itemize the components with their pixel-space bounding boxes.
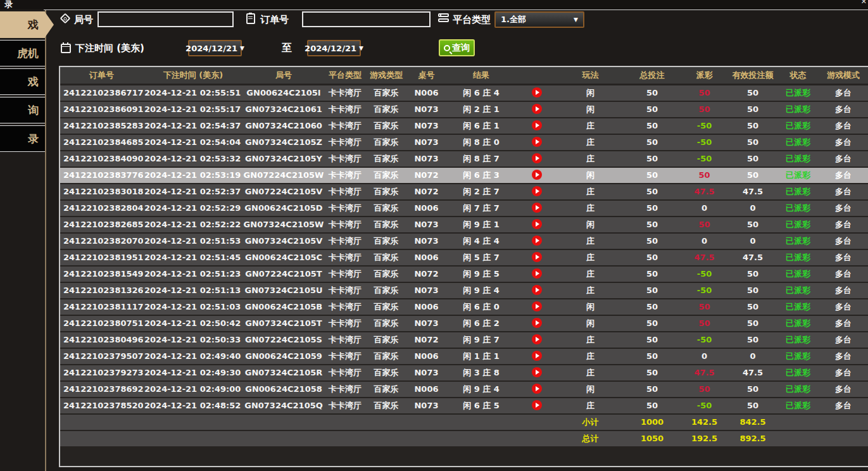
- play-video-button[interactable]: [532, 153, 542, 163]
- play-video-button[interactable]: [532, 236, 542, 246]
- cell-side_play: 庄: [557, 151, 624, 166]
- table-row[interactable]: 2412210237852082024-12-21 02:48:52GN0732…: [60, 398, 868, 413]
- play-video-button[interactable]: [532, 219, 542, 229]
- cell-game: 百家乐: [366, 365, 406, 380]
- column-header: 订单号: [60, 67, 143, 84]
- cell-valid: 50: [728, 151, 777, 166]
- date-from-select[interactable]: 2024/12/21 ▼: [188, 40, 242, 56]
- table-row[interactable]: 2412210237950752024-12-21 02:49:40GN0062…: [60, 349, 868, 364]
- cell-payout: -50: [681, 135, 728, 150]
- close-icon[interactable]: ✕: [861, 0, 867, 6]
- table-row[interactable]: 2412210238195162024-12-21 02:51:45GN0062…: [60, 250, 868, 265]
- total-value: 1000: [624, 415, 681, 430]
- play-video-button[interactable]: [532, 334, 542, 344]
- sidebar-item-0[interactable]: 戏: [0, 11, 45, 38]
- round-input[interactable]: [97, 11, 234, 27]
- play-video-button[interactable]: [532, 170, 542, 180]
- sidebar-item-2[interactable]: 戏: [0, 68, 45, 95]
- play-video-button[interactable]: [532, 137, 542, 147]
- table-row[interactable]: 2412210237927342024-12-21 02:49:30GN0732…: [60, 365, 868, 380]
- play-video-button[interactable]: [532, 318, 542, 328]
- calendar-icon: [61, 44, 71, 53]
- play-video-button[interactable]: [532, 104, 542, 114]
- play-video-button[interactable]: [532, 285, 542, 295]
- cell-game: 百家乐: [366, 168, 406, 183]
- play-video-button[interactable]: [532, 301, 542, 311]
- play-video-button[interactable]: [532, 268, 542, 279]
- sidebar-item-4[interactable]: 录: [0, 125, 45, 152]
- table-row[interactable]: 2412210238207052024-12-21 02:51:53GN0732…: [60, 234, 868, 249]
- sidebar-item-1[interactable]: 虎机: [0, 40, 45, 66]
- chevron-down-icon: ▼: [359, 45, 363, 51]
- betting-records-window: 录 ✕ 戏虎机戏询录 局号 订单号 平台类型 1.全部 ▼ 下注时间 (美东) …: [0, 0, 868, 471]
- cell-side_play: 庄: [557, 184, 624, 199]
- table-row[interactable]: 2412210238132632024-12-21 02:51:13GN0732…: [60, 283, 868, 298]
- table-row[interactable]: 2412210238268512024-12-21 02:52:22GN0732…: [60, 217, 868, 232]
- cell-payout: -50: [681, 332, 728, 348]
- column-header: 玩法: [557, 67, 624, 84]
- cell-order: 241221023811174: [60, 299, 143, 315]
- cell-valid: 0: [728, 349, 777, 364]
- date-to-select[interactable]: 2024/12/21 ▼: [307, 40, 361, 56]
- cell-play: [516, 135, 557, 150]
- cell-order: 241221023840901: [60, 151, 143, 166]
- cell-table: N073: [406, 234, 446, 249]
- cell-bet: 50: [624, 135, 681, 150]
- cell-play: [516, 398, 557, 413]
- table-row[interactable]: 2412210238377652024-12-21 02:53:19GN0722…: [60, 168, 868, 183]
- table-row[interactable]: 2412210238671772024-12-21 02:55:51GN0062…: [60, 85, 868, 101]
- cell-bet: 50: [624, 316, 681, 331]
- play-video-button[interactable]: [532, 400, 542, 410]
- cell-side_play: 闲: [557, 299, 624, 315]
- cell-status: 已派彩: [777, 267, 819, 282]
- play-video-button[interactable]: [532, 203, 542, 213]
- cell-time: 2024-12-21 02:51:23: [143, 267, 243, 282]
- cell-game: 百家乐: [366, 201, 406, 216]
- column-header: 状态: [777, 67, 819, 84]
- play-video-button[interactable]: [532, 252, 542, 262]
- play-video-button[interactable]: [532, 384, 542, 394]
- order-label: 订单号: [260, 11, 289, 28]
- table-row[interactable]: 2412210238280442024-12-21 02:52:29GN0062…: [60, 201, 868, 216]
- cell-game: 百家乐: [366, 316, 406, 331]
- cell-round: GN07324C2105Q: [243, 398, 324, 413]
- order-input[interactable]: [302, 11, 431, 27]
- play-video-button[interactable]: [532, 120, 542, 130]
- cell-bet: 50: [624, 283, 681, 298]
- table-row[interactable]: 2412210238154922024-12-21 02:51:23GN0722…: [60, 267, 868, 282]
- play-video-button[interactable]: [532, 351, 542, 361]
- play-video-button[interactable]: [532, 87, 542, 97]
- table-row[interactable]: 2412210238528332024-12-21 02:54:37GN0732…: [60, 118, 868, 134]
- table-row[interactable]: 2412210237869282024-12-21 02:49:00GN0062…: [60, 382, 868, 397]
- cell-mode: 多台: [819, 398, 868, 413]
- table-row[interactable]: 2412210238468592024-12-21 02:54:04GN0732…: [60, 135, 868, 150]
- table-row[interactable]: 2412210238049642024-12-21 02:50:33GN0722…: [60, 332, 868, 348]
- table-row[interactable]: 2412210238301862024-12-21 02:52:37GN0722…: [60, 184, 868, 199]
- play-video-button[interactable]: [532, 367, 542, 377]
- tag-icon: [60, 13, 71, 24]
- table-row[interactable]: 2412210238111742024-12-21 02:51:03GN0062…: [60, 299, 868, 315]
- table-row[interactable]: 2412210238609152024-12-21 02:55:17GN0732…: [60, 102, 868, 117]
- cell-order: 241221023852833: [60, 118, 143, 134]
- cell-time: 2024-12-21 02:49:30: [143, 365, 243, 380]
- play-video-button[interactable]: [532, 186, 542, 196]
- query-button[interactable]: 查询: [439, 39, 475, 56]
- cell-time: 2024-12-21 02:50:42: [143, 316, 243, 331]
- table-row[interactable]: 2412210238409012024-12-21 02:53:32GN0732…: [60, 151, 868, 166]
- cell-time: 2024-12-21 02:55:51: [143, 85, 243, 101]
- cell-result: 闲 6 庄 5: [446, 398, 516, 413]
- cell-side_play: 庄: [557, 398, 624, 413]
- chevron-down-icon: ▼: [240, 45, 244, 51]
- cell-round: GN07324C21060: [243, 118, 324, 134]
- cell-result: 闲 9 庄 5: [446, 267, 516, 282]
- cell-valid: 47.5: [728, 250, 777, 265]
- total-value: [406, 431, 446, 446]
- cell-bet: 50: [624, 332, 681, 348]
- table-row[interactable]: 2412210238075172024-12-21 02:50:42GN0732…: [60, 316, 868, 331]
- cell-side_play: 闲: [557, 85, 624, 101]
- cell-valid: 47.5: [728, 184, 777, 199]
- sidebar-item-3[interactable]: 询: [0, 97, 45, 123]
- cell-round: GN07324C2105R: [243, 365, 324, 380]
- platform-select[interactable]: 1.全部 ▼: [494, 11, 584, 28]
- cell-game: 百家乐: [366, 283, 406, 298]
